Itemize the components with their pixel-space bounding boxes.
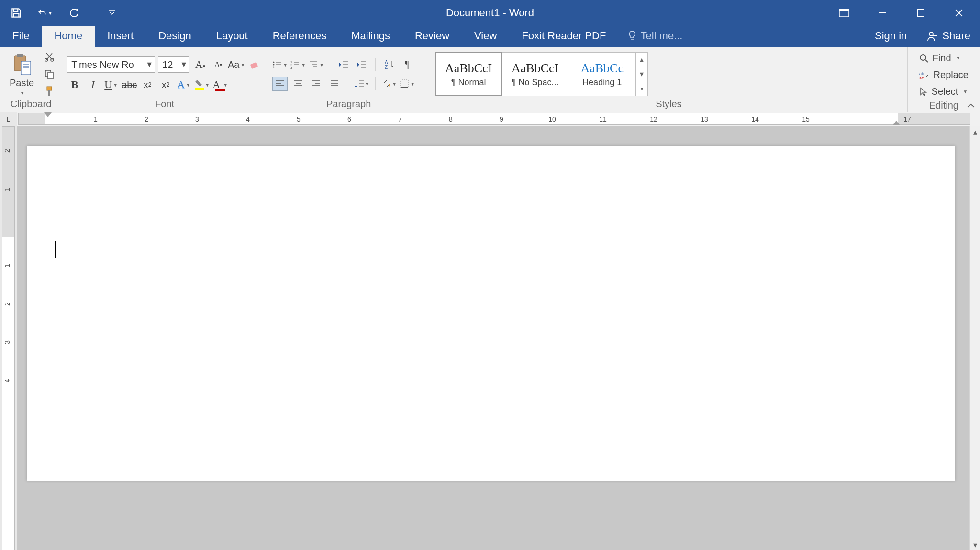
copy-button[interactable] (42, 67, 57, 81)
superscript-button[interactable]: x2 (158, 78, 173, 92)
justify-button[interactable] (327, 77, 342, 91)
scroll-down-button[interactable]: ▾ (970, 539, 980, 550)
change-case-button[interactable]: Aa▼ (229, 57, 244, 72)
maximize-button[interactable] (913, 5, 928, 21)
borders-button[interactable]: ▼ (400, 77, 415, 91)
tab-home[interactable]: Home (42, 25, 95, 47)
text-effects-button[interactable]: A▼ (176, 78, 191, 92)
close-icon (954, 8, 964, 18)
gallery-scroll-down[interactable]: ▾ (636, 67, 647, 81)
font-name-arrow[interactable]: ▼ (144, 60, 155, 69)
shrink-font-button[interactable]: A▾ (211, 57, 226, 72)
tell-me-search[interactable]: Tell me... (618, 25, 692, 47)
quick-access-toolbar: ▼ (9, 5, 120, 21)
tab-layout[interactable]: Layout (204, 25, 260, 47)
font-name-combo[interactable]: ▼ (67, 56, 155, 73)
document-page[interactable] (27, 146, 955, 481)
repeat-button[interactable] (66, 5, 81, 21)
tab-review[interactable]: Review (402, 25, 462, 47)
gallery-expand[interactable]: ▾ (636, 81, 647, 96)
highlighter-icon (194, 79, 204, 90)
subscript-button[interactable]: x2 (140, 78, 155, 92)
save-button[interactable] (9, 5, 24, 21)
first-line-indent-marker[interactable] (44, 112, 52, 117)
svg-rect-1 (839, 9, 849, 11)
svg-text:3: 3 (290, 66, 292, 69)
cut-button[interactable] (42, 50, 57, 64)
tab-references[interactable]: References (260, 25, 339, 47)
clear-formatting-button[interactable] (247, 57, 262, 72)
vertical-ruler[interactable]: 211234 (0, 126, 17, 550)
close-button[interactable] (951, 5, 967, 21)
title-bar: ▼ Document1 - Word (0, 0, 980, 26)
ribbon: Paste ▼ Clipboard ▼ ▼ (0, 47, 980, 112)
grow-font-button[interactable]: A▴ (192, 57, 208, 72)
window-controls (836, 5, 980, 21)
bold-button[interactable]: B (67, 78, 82, 92)
collapse-ribbon-button[interactable] (967, 103, 975, 109)
bullets-button[interactable]: ▼ (272, 57, 288, 72)
scroll-up-button[interactable]: ▴ (970, 126, 980, 137)
tab-foxit[interactable]: Foxit Reader PDF (509, 25, 618, 47)
strikethrough-button[interactable]: abc (122, 78, 137, 92)
file-tab[interactable]: File (0, 25, 42, 47)
find-button[interactable]: Find ▼ (916, 52, 971, 65)
format-painter-button[interactable] (42, 84, 57, 99)
horizontal-ruler[interactable]: 12345678910111213141517 (18, 113, 970, 125)
style-preview: AaBbCcI (512, 61, 558, 76)
group-font: ▼ ▼ A▴ A▾ Aa▼ B I U▼ abc x2 (62, 47, 267, 112)
horizontal-ruler-area: L 12345678910111213141517 (0, 112, 980, 126)
undo-button[interactable]: ▼ (37, 5, 53, 21)
style-name: Heading 1 (582, 78, 622, 88)
sort-icon: AZ (384, 60, 394, 69)
font-size-arrow[interactable]: ▼ (178, 60, 189, 69)
numbering-icon: 123 (290, 60, 300, 69)
right-indent-marker[interactable] (892, 121, 900, 125)
align-center-button[interactable] (290, 77, 306, 91)
style-no-spacing[interactable]: AaBbCcI ¶ No Spac... (501, 53, 568, 96)
share-button[interactable]: Share (917, 25, 980, 47)
select-button[interactable]: Select ▼ (916, 85, 971, 98)
highlight-button[interactable]: ▼ (194, 78, 210, 92)
line-spacing-button[interactable]: ▼ (354, 77, 369, 91)
align-right-icon (312, 80, 321, 88)
minimize-button[interactable] (875, 5, 890, 21)
align-right-button[interactable] (309, 77, 324, 91)
shading-button[interactable]: ▼ (381, 77, 397, 91)
style-normal[interactable]: AaBbCcI ¶ Normal (435, 52, 502, 96)
numbering-button[interactable]: 123▼ (290, 57, 306, 72)
multilevel-list-button[interactable]: ▼ (309, 57, 324, 72)
tab-view[interactable]: View (462, 25, 509, 47)
bullets-icon (272, 60, 282, 69)
style-heading-1[interactable]: AaBbCc Heading 1 (568, 53, 635, 96)
tab-mailings[interactable]: Mailings (339, 25, 402, 47)
search-icon (919, 54, 929, 63)
show-marks-button[interactable]: ¶ (400, 57, 415, 72)
decrease-indent-button[interactable] (336, 57, 351, 72)
font-size-input[interactable] (158, 59, 178, 70)
replace-button[interactable]: abac Replace (916, 68, 971, 81)
tab-design[interactable]: Design (146, 25, 203, 47)
increase-indent-button[interactable] (354, 57, 369, 72)
underline-button[interactable]: U▼ (103, 78, 119, 92)
vertical-scrollbar[interactable]: ▴ ▾ (969, 126, 980, 550)
svg-point-4 (929, 32, 933, 36)
align-left-button[interactable] (272, 77, 288, 91)
gallery-scroll-up[interactable]: ▴ (636, 53, 647, 67)
font-size-combo[interactable]: ▼ (158, 56, 189, 73)
qat-customize-button[interactable] (104, 5, 120, 21)
sign-in-button[interactable]: Sign in (864, 25, 917, 47)
undo-icon (37, 7, 47, 19)
font-name-input[interactable] (67, 59, 144, 70)
replace-icon: abac (919, 71, 930, 79)
group-label-editing: Editing (913, 100, 975, 112)
tab-insert[interactable]: Insert (95, 25, 146, 47)
tab-selector[interactable]: L (0, 112, 17, 126)
select-label: Select (932, 86, 958, 97)
sort-button[interactable]: AZ (381, 57, 397, 72)
document-scroll-viewport[interactable] (17, 126, 969, 550)
italic-button[interactable]: I (85, 78, 100, 92)
ribbon-display-button[interactable] (836, 5, 852, 21)
paste-button[interactable]: Paste ▼ (5, 51, 39, 98)
font-color-button[interactable]: A▼ (212, 78, 228, 92)
